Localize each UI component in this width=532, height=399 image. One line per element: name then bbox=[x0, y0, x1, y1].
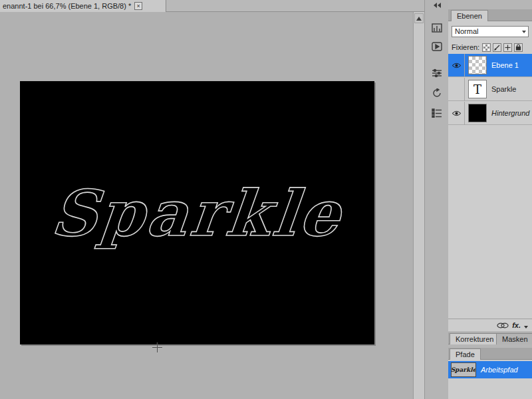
tab-ebenen[interactable]: Ebenen bbox=[451, 10, 488, 21]
lock-position-move-icon[interactable] bbox=[503, 43, 512, 52]
text-layer-thumbnail[interactable]: T bbox=[468, 80, 487, 98]
paths-panel-body: Sparkle Arbeitspfad bbox=[448, 360, 532, 399]
image-canvas[interactable]: Sparkle bbox=[20, 81, 374, 344]
layer-name[interactable]: Ebene 1 bbox=[491, 61, 519, 69]
layer-style-fx-button[interactable]: fx. bbox=[512, 321, 521, 329]
visibility-toggle[interactable] bbox=[448, 54, 465, 77]
double-left-arrow-icon bbox=[438, 3, 441, 8]
layer-row-hintergrund[interactable]: Hintergrund bbox=[448, 102, 532, 125]
collapse-dock-button[interactable] bbox=[430, 2, 444, 9]
panel-icon-dock bbox=[424, 0, 448, 399]
document-tab[interactable]: enannt-1 bei 66,7% (Ebene 1, RGB/8) * × bbox=[0, 0, 166, 12]
layer-name[interactable]: Hintergrund bbox=[491, 109, 529, 117]
layers-tab-strip: Ebenen bbox=[448, 9, 532, 21]
layer-row-ebene-1[interactable]: Ebene 1 bbox=[448, 54, 532, 77]
tab-korrekturen[interactable]: Korrekturen bbox=[450, 333, 499, 344]
work-path-name[interactable]: Arbeitspfad bbox=[481, 366, 518, 374]
canvas-pasteboard[interactable]: Sparkle bbox=[0, 12, 413, 399]
history-panel-icon[interactable] bbox=[428, 85, 446, 101]
tab-pfade[interactable]: Pfade bbox=[450, 348, 481, 360]
lock-label: Fixieren: bbox=[452, 43, 479, 51]
double-left-arrow-icon bbox=[434, 3, 437, 8]
chevron-down-icon bbox=[522, 31, 526, 33]
eye-icon bbox=[452, 110, 462, 116]
visibility-toggle[interactable] bbox=[448, 102, 465, 125]
text-layer-icon: T bbox=[473, 82, 481, 96]
path-thumbnail[interactable]: Sparkle bbox=[451, 362, 476, 377]
lock-all-icon[interactable] bbox=[514, 43, 523, 52]
lock-pixels-brush-icon[interactable] bbox=[493, 43, 501, 52]
link-layers-icon[interactable] bbox=[497, 323, 509, 329]
path-thumbnail-text: Sparkle bbox=[451, 366, 476, 373]
scroll-up-button[interactable] bbox=[414, 13, 424, 23]
layer-thumbnail[interactable] bbox=[468, 104, 487, 122]
layer-name[interactable]: Sparkle bbox=[491, 85, 516, 93]
lock-transparency-icon[interactable] bbox=[482, 43, 491, 52]
right-panel-dock: Ebenen Normal Fixieren: bbox=[448, 0, 532, 399]
blend-mode-value: Normal bbox=[455, 27, 478, 35]
adjustments-tab-strip: Korrekturen Masken bbox=[448, 332, 532, 344]
layer-thumbnail[interactable] bbox=[468, 56, 487, 74]
visibility-toggle[interactable] bbox=[448, 78, 465, 101]
sparkle-path-outline: Sparkle bbox=[48, 176, 346, 250]
up-arrow-icon bbox=[416, 17, 422, 21]
eye-icon bbox=[452, 63, 462, 68]
work-path-row[interactable]: Sparkle Arbeitspfad bbox=[448, 361, 532, 378]
layers-panel-footer: fx. bbox=[448, 319, 532, 331]
tab-masken[interactable]: Masken bbox=[496, 333, 532, 344]
adjustments-panel-icon[interactable] bbox=[428, 65, 446, 81]
crosshair-cursor-icon bbox=[152, 342, 162, 352]
actions-panel-icon[interactable] bbox=[428, 39, 446, 55]
vertical-scrollbar[interactable] bbox=[413, 12, 424, 399]
layer-comps-panel-icon[interactable] bbox=[428, 105, 446, 121]
document-tab-bar: enannt-1 bei 66,7% (Ebene 1, RGB/8) * × bbox=[0, 0, 424, 12]
chevron-down-icon bbox=[524, 326, 528, 329]
close-icon[interactable]: × bbox=[134, 2, 142, 10]
document-title: enannt-1 bei 66,7% (Ebene 1, RGB/8) * bbox=[3, 2, 131, 10]
lock-options-row: Fixieren: bbox=[452, 42, 530, 53]
paths-tab-strip: Pfade bbox=[448, 348, 532, 360]
layer-row-sparkle[interactable]: T Sparkle bbox=[448, 78, 532, 101]
blend-mode-select[interactable]: Normal bbox=[452, 26, 529, 37]
histogram-panel-icon[interactable] bbox=[428, 20, 446, 36]
